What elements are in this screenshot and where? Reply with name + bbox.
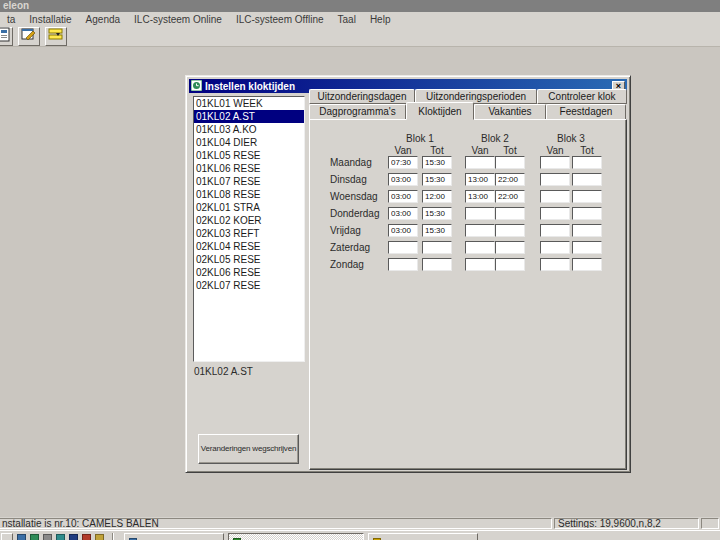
time-field-zaterdag-blok1-tot[interactable] [422, 241, 452, 254]
time-field-donderdag-blok1-van[interactable] [388, 207, 418, 220]
list-item-02kl03-reft[interactable]: 02KL03 REFT [194, 227, 304, 240]
status-installation: nstallatie is nr.10: CAMELS BALEN [0, 518, 552, 529]
list-item-02kl01-stra[interactable]: 02KL01 STRA [194, 201, 304, 214]
list-item-01kl05-rese[interactable]: 01KL05 RESE [194, 149, 304, 162]
time-field-zondag-blok2-van[interactable] [465, 258, 495, 271]
app-red-icon[interactable] [82, 534, 91, 540]
time-field-woensdag-blok3-van[interactable] [540, 190, 570, 203]
setup-button[interactable] [18, 27, 40, 46]
time-field-dinsdag-blok1-tot[interactable] [422, 173, 452, 186]
list-item-02kl07-rese[interactable]: 02KL07 RESE [194, 279, 304, 292]
time-field-donderdag-blok2-tot[interactable] [495, 207, 525, 220]
time-field-zondag-blok3-van[interactable] [540, 258, 570, 271]
list-item-01kl07-rese[interactable]: 01KL07 RESE [194, 175, 304, 188]
time-field-vrijdag-blok1-tot[interactable] [422, 224, 452, 237]
list-item-02kl04-rese[interactable]: 02KL04 RESE [194, 240, 304, 253]
time-field-vrijdag-blok1-van[interactable] [388, 224, 418, 237]
time-field-maandag-blok2-van[interactable] [465, 156, 495, 169]
list-item-01kl06-rese[interactable]: 01KL06 RESE [194, 162, 304, 175]
tab-dagprogramma-s[interactable]: Dagprogramma's [309, 104, 406, 120]
time-field-maandag-blok3-van[interactable] [540, 156, 570, 169]
day-label-zondag: Zondag [330, 259, 364, 270]
time-field-zondag-blok1-van[interactable] [388, 258, 418, 271]
exit-button[interactable] [0, 27, 13, 46]
app-navy-icon[interactable] [69, 534, 78, 540]
menu-item-ta[interactable]: ta [0, 14, 22, 25]
time-field-maandag-blok2-tot[interactable] [495, 156, 525, 169]
toolbar [0, 26, 720, 47]
status-bar: nstallatie is nr.10: CAMELS BALEN Settin… [0, 517, 720, 530]
time-field-zaterdag-blok2-tot[interactable] [495, 241, 525, 254]
start-button[interactable] [1, 533, 13, 540]
time-field-dinsdag-blok3-van[interactable] [540, 173, 570, 186]
schedule-notes-button[interactable] [45, 27, 67, 46]
time-field-vrijdag-blok2-tot[interactable] [495, 224, 525, 237]
time-field-zondag-blok2-tot[interactable] [495, 258, 525, 271]
list-item-01kl04-dier[interactable]: 01KL04 DIER [194, 136, 304, 149]
tab-kloktijden[interactable]: Kloktijden [406, 102, 474, 120]
taskbar [0, 530, 720, 540]
time-field-zaterdag-blok2-van[interactable] [465, 241, 495, 254]
time-field-donderdag-blok3-tot[interactable] [572, 207, 602, 220]
tab-uitzonderingsdagen[interactable]: Uitzonderingsdagen [309, 89, 415, 104]
list-item-01kl01-week[interactable]: 01KL01 WEEK [194, 97, 304, 110]
time-field-zaterdag-blok3-tot[interactable] [572, 241, 602, 254]
menu-item-installatie[interactable]: Installatie [22, 14, 78, 25]
selected-program-label: 01KL02 A.ST [194, 366, 253, 377]
app-green-icon[interactable] [30, 534, 39, 540]
time-field-zondag-blok1-tot[interactable] [422, 258, 452, 271]
col-header-tot-blok2: Tot [495, 145, 525, 156]
setup-icon [21, 27, 37, 46]
time-field-woensdag-blok1-van[interactable] [388, 190, 418, 203]
list-item-01kl08-rese[interactable]: 01KL08 RESE [194, 188, 304, 201]
list-item-01kl03-a-ko[interactable]: 01KL03 A.KO [194, 123, 304, 136]
app-olive-icon[interactable] [95, 534, 104, 540]
time-field-zaterdag-blok3-van[interactable] [540, 241, 570, 254]
time-field-zaterdag-blok1-van[interactable] [388, 241, 418, 254]
col-header-tot-blok3: Tot [572, 145, 602, 156]
menu-item-ilc-systeem-online[interactable]: ILC-systeem Online [127, 14, 229, 25]
time-field-maandag-blok1-van[interactable] [388, 156, 418, 169]
menu-item-agenda[interactable]: Agenda [79, 14, 127, 25]
time-field-vrijdag-blok3-tot[interactable] [572, 224, 602, 237]
save-changes-button[interactable]: Veranderingen wegschrijven [198, 434, 299, 464]
clock-program-list[interactable]: 01KL01 WEEK01KL02 A.ST01KL03 A.KO01KL04 … [193, 96, 305, 362]
app-blue-icon[interactable] [17, 534, 26, 540]
exit-icon [0, 27, 10, 46]
day-label-maandag: Maandag [330, 157, 372, 168]
time-field-woensdag-blok2-tot[interactable] [495, 190, 525, 203]
time-field-woensdag-blok3-tot[interactable] [572, 190, 602, 203]
time-field-vrijdag-blok3-van[interactable] [540, 224, 570, 237]
list-item-01kl02-a-st[interactable]: 01KL02 A.ST [194, 110, 304, 123]
desktop: eleon taInstallatieAgendaILC-systeem Onl… [0, 0, 720, 540]
task-button-3[interactable] [368, 533, 478, 540]
time-field-dinsdag-blok1-van[interactable] [388, 173, 418, 186]
time-field-dinsdag-blok2-tot[interactable] [495, 173, 525, 186]
list-item-02kl06-rese[interactable]: 02KL06 RESE [194, 266, 304, 279]
time-field-maandag-blok1-tot[interactable] [422, 156, 452, 169]
task-button-2[interactable] [228, 533, 364, 540]
time-field-donderdag-blok2-van[interactable] [465, 207, 495, 220]
time-field-woensdag-blok1-tot[interactable] [422, 190, 452, 203]
app-teal-icon[interactable] [56, 534, 65, 540]
time-field-donderdag-blok3-van[interactable] [540, 207, 570, 220]
day-label-donderdag: Donderdag [330, 208, 379, 219]
time-field-donderdag-blok1-tot[interactable] [422, 207, 452, 220]
tab-vakanties[interactable]: Vakanties [474, 104, 546, 120]
tab-feestdagen[interactable]: Feestdagen [546, 104, 626, 120]
time-field-dinsdag-blok2-van[interactable] [465, 173, 495, 186]
time-field-maandag-blok3-tot[interactable] [572, 156, 602, 169]
menu-item-ilc-systeem-offline[interactable]: ILC-systeem Offline [229, 14, 331, 25]
app-gray-icon[interactable] [43, 534, 52, 540]
time-field-zondag-blok3-tot[interactable] [572, 258, 602, 271]
list-item-02kl05-rese[interactable]: 02KL05 RESE [194, 253, 304, 266]
menu-item-help[interactable]: Help [363, 14, 398, 25]
list-item-02kl02-koer[interactable]: 02KL02 KOER [194, 214, 304, 227]
task-button-1[interactable] [124, 533, 224, 540]
time-field-dinsdag-blok3-tot[interactable] [572, 173, 602, 186]
menu-item-taal[interactable]: Taal [331, 14, 363, 25]
time-field-vrijdag-blok2-van[interactable] [465, 224, 495, 237]
time-field-woensdag-blok2-van[interactable] [465, 190, 495, 203]
tab-controleer-klok[interactable]: Controleer klok [537, 89, 627, 104]
schedule-notes-icon [48, 27, 64, 46]
